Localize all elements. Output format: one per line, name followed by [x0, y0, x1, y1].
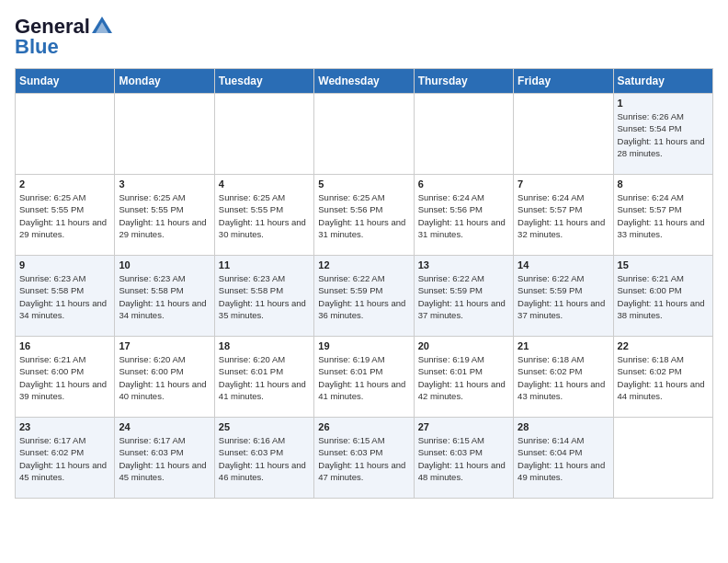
day-info: Sunrise: 6:22 AM Sunset: 5:59 PM Dayligh…: [418, 272, 509, 321]
calendar-cell: 22Sunrise: 6:18 AM Sunset: 6:02 PM Dayli…: [613, 337, 712, 418]
day-number: 4: [219, 178, 310, 190]
day-number: 12: [318, 259, 409, 270]
calendar-cell: 26Sunrise: 6:15 AM Sunset: 6:03 PM Dayli…: [314, 418, 414, 499]
calendar-cell: 10Sunrise: 6:23 AM Sunset: 5:58 PM Dayli…: [115, 256, 214, 337]
day-of-week-header: Tuesday: [214, 69, 313, 94]
day-number: 9: [19, 259, 110, 270]
day-number: 17: [119, 340, 210, 351]
day-number: 22: [618, 340, 709, 351]
calendar-header-row: SundayMondayTuesdayWednesdayThursdayFrid…: [16, 69, 713, 94]
calendar-cell: 9Sunrise: 6:23 AM Sunset: 5:58 PM Daylig…: [16, 256, 115, 337]
page-header: General Blue: [15, 15, 713, 59]
calendar-cell: 11Sunrise: 6:23 AM Sunset: 5:58 PM Dayli…: [214, 256, 313, 337]
day-of-week-header: Saturday: [613, 69, 712, 94]
day-number: 25: [219, 421, 310, 432]
calendar-cell: 28Sunrise: 6:14 AM Sunset: 6:04 PM Dayli…: [514, 418, 613, 499]
day-of-week-header: Friday: [514, 69, 613, 94]
calendar-body: 1Sunrise: 6:26 AM Sunset: 5:54 PM Daylig…: [16, 94, 713, 499]
day-info: Sunrise: 6:22 AM Sunset: 5:59 PM Dayligh…: [318, 272, 409, 321]
calendar-cell: 13Sunrise: 6:22 AM Sunset: 5:59 PM Dayli…: [414, 256, 513, 337]
day-number: 6: [418, 178, 509, 190]
day-number: 13: [418, 259, 509, 270]
day-info: Sunrise: 6:23 AM Sunset: 5:58 PM Dayligh…: [219, 272, 310, 321]
calendar-week-row: 23Sunrise: 6:17 AM Sunset: 6:02 PM Dayli…: [16, 418, 713, 499]
calendar-cell: [16, 94, 115, 175]
calendar-cell: 14Sunrise: 6:22 AM Sunset: 5:59 PM Dayli…: [514, 256, 613, 337]
day-number: 15: [618, 259, 709, 270]
day-info: Sunrise: 6:19 AM Sunset: 6:01 PM Dayligh…: [418, 353, 509, 402]
day-number: 2: [19, 178, 110, 190]
day-number: 18: [219, 340, 310, 351]
calendar-cell: 4Sunrise: 6:25 AM Sunset: 5:55 PM Daylig…: [214, 175, 313, 256]
logo: General Blue: [15, 15, 112, 59]
day-info: Sunrise: 6:18 AM Sunset: 6:02 PM Dayligh…: [518, 353, 609, 402]
day-number: 24: [119, 421, 210, 432]
day-info: Sunrise: 6:24 AM Sunset: 5:57 PM Dayligh…: [518, 191, 609, 240]
day-number: 5: [318, 178, 409, 190]
calendar-cell: 1Sunrise: 6:26 AM Sunset: 5:54 PM Daylig…: [613, 94, 712, 175]
day-info: Sunrise: 6:25 AM Sunset: 5:55 PM Dayligh…: [119, 191, 210, 240]
logo-blue: Blue: [15, 35, 59, 59]
day-number: 7: [518, 178, 609, 190]
day-number: 11: [219, 259, 310, 270]
day-number: 16: [19, 340, 110, 351]
calendar-week-row: 1Sunrise: 6:26 AM Sunset: 5:54 PM Daylig…: [16, 94, 713, 175]
day-number: 8: [618, 178, 709, 190]
day-info: Sunrise: 6:23 AM Sunset: 5:58 PM Dayligh…: [119, 272, 210, 321]
day-info: Sunrise: 6:24 AM Sunset: 5:56 PM Dayligh…: [418, 191, 509, 240]
calendar-cell: 19Sunrise: 6:19 AM Sunset: 6:01 PM Dayli…: [314, 337, 414, 418]
calendar-cell: 7Sunrise: 6:24 AM Sunset: 5:57 PM Daylig…: [514, 175, 613, 256]
day-info: Sunrise: 6:17 AM Sunset: 6:02 PM Dayligh…: [19, 434, 110, 483]
day-of-week-header: Monday: [115, 69, 214, 94]
calendar-cell: 23Sunrise: 6:17 AM Sunset: 6:02 PM Dayli…: [16, 418, 115, 499]
day-number: 14: [518, 259, 609, 270]
calendar-cell: 15Sunrise: 6:21 AM Sunset: 6:00 PM Dayli…: [613, 256, 712, 337]
day-info: Sunrise: 6:26 AM Sunset: 5:54 PM Dayligh…: [618, 110, 709, 159]
day-info: Sunrise: 6:21 AM Sunset: 6:00 PM Dayligh…: [19, 353, 110, 402]
day-number: 19: [318, 340, 409, 351]
calendar-cell: [115, 94, 214, 175]
day-info: Sunrise: 6:21 AM Sunset: 6:00 PM Dayligh…: [618, 272, 709, 321]
calendar-cell: 17Sunrise: 6:20 AM Sunset: 6:00 PM Dayli…: [115, 337, 214, 418]
calendar-table: SundayMondayTuesdayWednesdayThursdayFrid…: [15, 68, 713, 499]
day-info: Sunrise: 6:25 AM Sunset: 5:56 PM Dayligh…: [318, 191, 409, 240]
day-info: Sunrise: 6:25 AM Sunset: 5:55 PM Dayligh…: [219, 191, 310, 240]
day-of-week-header: Wednesday: [314, 69, 414, 94]
day-number: 3: [119, 178, 210, 190]
calendar-week-row: 2Sunrise: 6:25 AM Sunset: 5:55 PM Daylig…: [16, 175, 713, 256]
calendar-cell: 24Sunrise: 6:17 AM Sunset: 6:03 PM Dayli…: [115, 418, 214, 499]
day-info: Sunrise: 6:20 AM Sunset: 6:01 PM Dayligh…: [219, 353, 310, 402]
day-info: Sunrise: 6:23 AM Sunset: 5:58 PM Dayligh…: [19, 272, 110, 321]
day-info: Sunrise: 6:20 AM Sunset: 6:00 PM Dayligh…: [119, 353, 210, 402]
calendar-cell: 2Sunrise: 6:25 AM Sunset: 5:55 PM Daylig…: [16, 175, 115, 256]
calendar-cell: 27Sunrise: 6:15 AM Sunset: 6:03 PM Dayli…: [414, 418, 513, 499]
day-info: Sunrise: 6:16 AM Sunset: 6:03 PM Dayligh…: [219, 434, 310, 483]
calendar-cell: 3Sunrise: 6:25 AM Sunset: 5:55 PM Daylig…: [115, 175, 214, 256]
calendar-cell: [214, 94, 313, 175]
day-number: 20: [418, 340, 509, 351]
day-number: 28: [518, 421, 609, 432]
calendar-cell: 25Sunrise: 6:16 AM Sunset: 6:03 PM Dayli…: [214, 418, 313, 499]
day-info: Sunrise: 6:25 AM Sunset: 5:55 PM Dayligh…: [19, 191, 110, 240]
calendar-cell: 20Sunrise: 6:19 AM Sunset: 6:01 PM Dayli…: [414, 337, 513, 418]
calendar-cell: 6Sunrise: 6:24 AM Sunset: 5:56 PM Daylig…: [414, 175, 513, 256]
day-info: Sunrise: 6:24 AM Sunset: 5:57 PM Dayligh…: [618, 191, 709, 240]
day-info: Sunrise: 6:17 AM Sunset: 6:03 PM Dayligh…: [119, 434, 210, 483]
day-number: 26: [318, 421, 409, 432]
day-number: 27: [418, 421, 509, 432]
day-number: 21: [518, 340, 609, 351]
calendar-cell: [514, 94, 613, 175]
day-info: Sunrise: 6:15 AM Sunset: 6:03 PM Dayligh…: [318, 434, 409, 483]
day-info: Sunrise: 6:18 AM Sunset: 6:02 PM Dayligh…: [618, 353, 709, 402]
calendar-week-row: 16Sunrise: 6:21 AM Sunset: 6:00 PM Dayli…: [16, 337, 713, 418]
day-of-week-header: Thursday: [414, 69, 513, 94]
day-info: Sunrise: 6:15 AM Sunset: 6:03 PM Dayligh…: [418, 434, 509, 483]
calendar-cell: [414, 94, 513, 175]
calendar-cell: 12Sunrise: 6:22 AM Sunset: 5:59 PM Dayli…: [314, 256, 414, 337]
calendar-cell: 18Sunrise: 6:20 AM Sunset: 6:01 PM Dayli…: [214, 337, 313, 418]
day-number: 10: [119, 259, 210, 270]
calendar-cell: 21Sunrise: 6:18 AM Sunset: 6:02 PM Dayli…: [514, 337, 613, 418]
calendar-cell: [613, 418, 712, 499]
calendar-cell: 16Sunrise: 6:21 AM Sunset: 6:00 PM Dayli…: [16, 337, 115, 418]
day-of-week-header: Sunday: [16, 69, 115, 94]
